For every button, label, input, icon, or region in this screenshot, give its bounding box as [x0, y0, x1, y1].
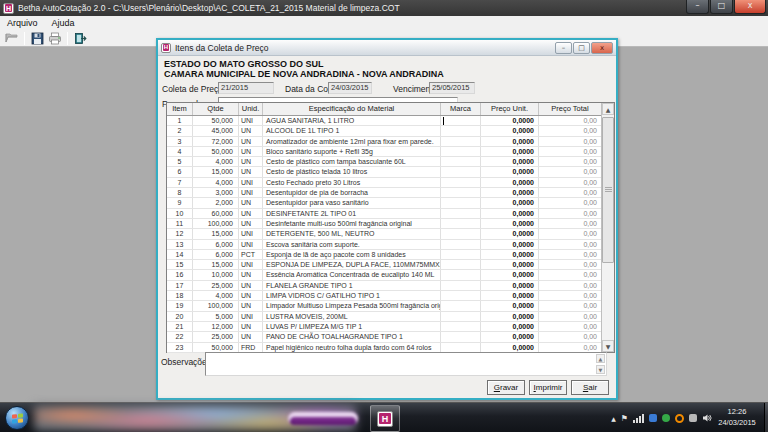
- sair-button[interactable]: Sair: [571, 380, 609, 395]
- scroll-down-icon[interactable]: ▼: [602, 340, 614, 352]
- coleta-label: Coleta de Preço:: [162, 84, 225, 94]
- column-header-preco-unit[interactable]: Preço Unit.: [481, 103, 539, 115]
- toolbar-separator: [67, 32, 68, 45]
- print-icon[interactable]: [46, 31, 64, 46]
- app-betha-icon: H: [3, 3, 14, 14]
- table-row[interactable]: 2225,000UNPANO DE CHÃO TOALHAGRANDE TIPO…: [167, 332, 601, 342]
- dialog-betha-icon: H: [161, 43, 171, 53]
- dialog-close-button[interactable]: x: [591, 42, 613, 54]
- column-header-preco-total[interactable]: Preço Total: [539, 103, 601, 115]
- taskbar: H ▲ ⚑ 12:26 24/03/2015: [0, 402, 768, 432]
- volume-icon[interactable]: [702, 409, 712, 427]
- table-row[interactable]: 1060,000UNDESINFETANTE 2L TIPO 010,00000…: [167, 209, 601, 219]
- taskbar-clock[interactable]: 12:26 24/03/2015: [714, 406, 760, 428]
- header-camara: CAMARA MUNICIPAL DE NOVA ANDRADINA - NOV…: [164, 69, 444, 79]
- table-row[interactable]: 83,000UNIDesentupidor de pia de borracha…: [167, 188, 601, 198]
- imprimir-button[interactable]: Imprimir: [529, 380, 567, 395]
- items-table: Item Qtde Unid. Especificação do Materia…: [166, 102, 615, 353]
- system-tray: ▲ ⚑: [611, 403, 712, 432]
- menu-arquivo[interactable]: Arquivo: [0, 16, 45, 30]
- table-row[interactable]: 615,000UNCesto de plástico telada 10 lit…: [167, 167, 601, 177]
- table-row[interactable]: 205,000UNILUSTRA MOVEIS, 200ML0,00000,00: [167, 312, 601, 322]
- table-row[interactable]: 184,000UNLIMPA VIDROS C/ GATILHO TIPO 10…: [167, 291, 601, 301]
- app-orange-icon[interactable]: [675, 414, 684, 423]
- show-desktop-button[interactable]: [764, 403, 768, 432]
- app-gray-icon[interactable]: [689, 414, 697, 422]
- data-coleta-field[interactable]: 24/03/2015: [328, 82, 372, 94]
- column-header-item[interactable]: Item: [167, 103, 193, 115]
- app-titlebar: H Betha AutoCotação 2.0 - C:\Users\Plená…: [0, 0, 768, 16]
- open-folder-icon[interactable]: [3, 31, 21, 46]
- dialog-titlebar[interactable]: H Itens da Coleta de Preço – □ x: [158, 40, 616, 56]
- text-caret: [443, 117, 444, 125]
- maximize-button[interactable]: □: [710, 0, 733, 14]
- app-blue-icon[interactable]: [649, 414, 657, 422]
- table-vertical-scrollbar[interactable]: ▲ ▼: [601, 103, 614, 352]
- table-row[interactable]: 19100,000UNLimpador Multiuso Limpeza Pes…: [167, 301, 601, 311]
- scroll-up-icon[interactable]: ▲: [602, 103, 614, 115]
- dialog-content: ESTADO DO MATO GROSSO DO SUL CAMARA MUNI…: [158, 56, 616, 400]
- minimize-button[interactable]: –: [686, 0, 709, 14]
- dialog-restore-button[interactable]: □: [573, 42, 590, 54]
- network-icon[interactable]: [633, 414, 644, 423]
- windows-flag-icon: [12, 413, 23, 423]
- table-header: Item Qtde Unid. Especificação do Materia…: [167, 103, 601, 116]
- taskbar-app-betha[interactable]: H: [370, 405, 400, 432]
- column-header-qtde[interactable]: Qtde: [193, 103, 239, 115]
- action-center-flag-icon[interactable]: ⚑: [621, 414, 628, 423]
- dialog-minimize-button[interactable]: –: [555, 42, 572, 54]
- menu-ajuda[interactable]: Ajuda: [45, 16, 82, 30]
- column-header-unid[interactable]: Unid.: [239, 103, 263, 115]
- toolbar-separator: [24, 32, 25, 45]
- obs-scroll-down-icon[interactable]: ▼: [596, 365, 605, 374]
- dialog-itens-coleta: H Itens da Coleta de Preço – □ x ESTADO …: [156, 38, 618, 400]
- mdi-area: H Itens da Coleta de Preço – □ x ESTADO …: [0, 47, 768, 402]
- app-green-icon[interactable]: [662, 414, 670, 422]
- header-estado: ESTADO DO MATO GROSSO DO SUL: [164, 59, 324, 69]
- save-icon[interactable]: [28, 31, 46, 46]
- table-body: 150,000UNIAGUA SANITARIA, 1 LITRO0,00000…: [167, 116, 601, 353]
- start-button[interactable]: [5, 406, 29, 430]
- table-row[interactable]: 74,000UNICesto Fechado preto 30 Litros0,…: [167, 178, 601, 188]
- hidden-icons-arrow[interactable]: ▲: [611, 415, 616, 422]
- table-row[interactable]: 2112,000UNLUVAS P/ LIMPEZA M/G TIP 10,00…: [167, 322, 601, 332]
- exit-icon[interactable]: [71, 31, 89, 46]
- observacoes-field[interactable]: ▲ ▼: [205, 352, 607, 376]
- gravar-button[interactable]: Gravar: [487, 380, 525, 395]
- table-row[interactable]: 136,000UNIEscova sanitária com suporte.0…: [167, 240, 601, 250]
- obs-scroll-up-icon[interactable]: ▲: [596, 354, 605, 363]
- blurred-purple-item: [288, 412, 358, 425]
- table-row[interactable]: 92,000UNDesentupidor para vaso sanitário…: [167, 198, 601, 208]
- scrollbar-thumb[interactable]: [602, 117, 614, 263]
- app-title: Betha AutoCotação 2.0 - C:\Users\Plenári…: [18, 3, 400, 13]
- table-row[interactable]: 1515,000UNIESPONJA DE LIMPEZA, DUPLA FAC…: [167, 260, 601, 270]
- app-window: H Betha AutoCotação 2.0 - C:\Users\Plená…: [0, 0, 768, 402]
- menubar: Arquivo Ajuda: [0, 16, 768, 30]
- table-row[interactable]: 372,000UNAromatizador de ambiente 12ml p…: [167, 137, 601, 147]
- table-row[interactable]: 245,000UNALCOOL DE 1L TIPO 10,00000,00: [167, 126, 601, 136]
- table-row[interactable]: 11100,000UNDesinfetante multi-uso 500ml …: [167, 219, 601, 229]
- close-button[interactable]: x: [734, 0, 766, 14]
- table-row[interactable]: 1610,000UNEssência Aromática Concentrada…: [167, 270, 601, 280]
- table-row[interactable]: 1725,000UNFLANELA GRANDE TIPO 10,00000,0…: [167, 281, 601, 291]
- coleta-field[interactable]: 21/2015: [218, 82, 274, 94]
- dialog-title: Itens da Coleta de Preço: [175, 43, 554, 53]
- table-row[interactable]: 1215,000UNIDETERGENTE, 500 ML, NEUTRO0,0…: [167, 229, 601, 239]
- table-row[interactable]: 146,000PCTEsponja de lã de aço pacote co…: [167, 250, 601, 260]
- table-row[interactable]: 150,000UNIAGUA SANITARIA, 1 LITRO0,00000…: [167, 116, 601, 126]
- table-row[interactable]: 54,000UNCesto de plástico com tampa basc…: [167, 157, 601, 167]
- table-row[interactable]: 450,000UNBloco sanitário suporte + Refil…: [167, 147, 601, 157]
- column-header-marca[interactable]: Marca: [441, 103, 481, 115]
- column-header-espec[interactable]: Especificação do Material: [263, 103, 441, 115]
- vencimento-field[interactable]: 25/05/2015: [429, 82, 475, 94]
- taskbar-betha-icon: H: [377, 411, 393, 427]
